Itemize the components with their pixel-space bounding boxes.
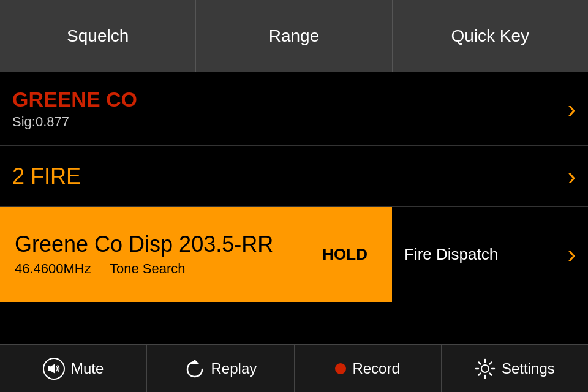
active-channel-info: Greene Co Disp 203.5-RR 46.4600MHz Tone … <box>15 232 273 277</box>
bottom-bar: Mute Replay Record Settings <box>0 344 588 392</box>
mute-label: Mute <box>71 360 104 377</box>
greene-chevron-icon: › <box>568 97 576 121</box>
settings-label: Settings <box>502 360 555 377</box>
squelch-button[interactable]: Squelch <box>0 0 196 72</box>
replay-button[interactable]: Replay <box>147 345 294 392</box>
replay-label: Replay <box>211 360 257 377</box>
greene-title: GREENE CO <box>12 88 562 111</box>
active-channel-inner: Greene Co Disp 203.5-RR 46.4600MHz Tone … <box>15 232 377 277</box>
settings-button[interactable]: Settings <box>442 345 588 392</box>
dispatch-chevron-icon: › <box>568 242 576 266</box>
greene-sig: Sig:0.877 <box>12 114 562 130</box>
active-channel-details: 46.4600MHz Tone Search <box>15 261 273 277</box>
svg-point-3 <box>481 365 489 372</box>
svg-marker-2 <box>190 360 199 364</box>
active-mode: Tone Search <box>110 261 186 276</box>
svg-marker-1 <box>51 364 55 374</box>
record-dot-icon <box>335 363 346 374</box>
fire-content: 2 FIRE <box>12 164 562 189</box>
active-channel-name: Greene Co Disp 203.5-RR <box>15 232 273 257</box>
dispatch-label: Fire Dispatch <box>404 245 498 264</box>
active-section: Greene Co Disp 203.5-RR 46.4600MHz Tone … <box>0 207 588 302</box>
svg-rect-0 <box>48 366 51 371</box>
replay-icon <box>184 360 205 378</box>
settings-gear-icon <box>475 358 496 379</box>
range-button[interactable]: Range <box>196 0 392 72</box>
top-bar: Squelch Range Quick Key <box>0 0 588 72</box>
mute-button[interactable]: Mute <box>0 345 147 392</box>
quickkey-button[interactable]: Quick Key <box>393 0 588 72</box>
active-channel-panel[interactable]: Greene Co Disp 203.5-RR 46.4600MHz Tone … <box>0 207 392 302</box>
greene-section[interactable]: GREENE CO Sig:0.877 › <box>0 72 588 146</box>
record-label: Record <box>352 360 399 377</box>
mute-icon <box>43 358 65 380</box>
quickkey-label: Quick Key <box>451 26 530 46</box>
squelch-label: Squelch <box>67 26 129 46</box>
active-dispatch-panel[interactable]: Fire Dispatch › <box>392 207 588 302</box>
fire-title: 2 FIRE <box>12 164 562 189</box>
record-button[interactable]: Record <box>295 345 442 392</box>
range-label: Range <box>269 26 320 46</box>
fire-section[interactable]: 2 FIRE › <box>0 146 588 207</box>
greene-content: GREENE CO Sig:0.877 <box>12 88 562 130</box>
fire-chevron-icon: › <box>568 164 576 189</box>
active-frequency: 46.4600MHz <box>15 261 91 276</box>
hold-label: HOLD <box>312 245 377 264</box>
